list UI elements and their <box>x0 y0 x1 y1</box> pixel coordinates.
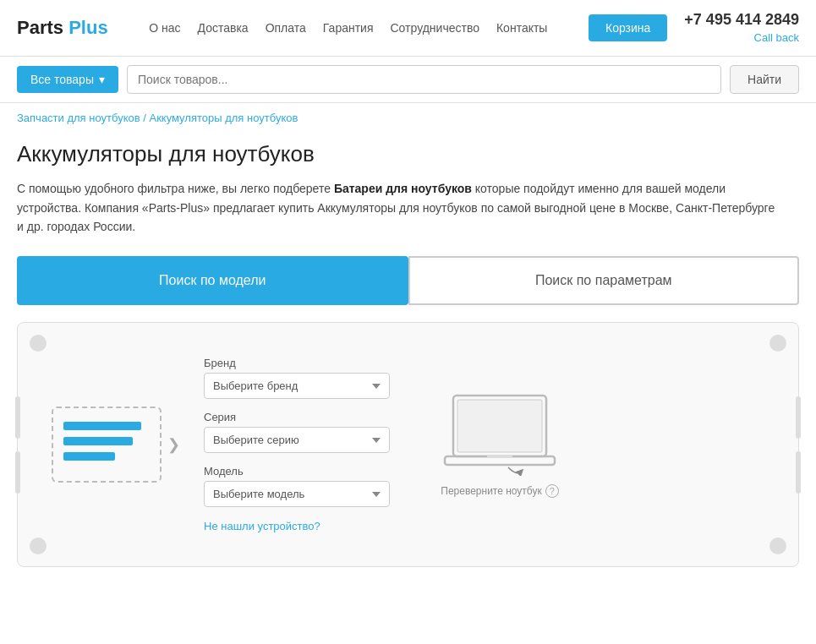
model-search-inner: ❯ Бренд Выберите бренд Серия Выберите се… <box>35 357 694 532</box>
cart-button[interactable]: Корзина <box>589 14 667 41</box>
svg-rect-1 <box>457 400 542 452</box>
model-form: Бренд Выберите бренд Серия Выберите сери… <box>204 357 390 532</box>
logo[interactable]: Parts Plus <box>17 17 108 39</box>
list-line-3 <box>63 452 115 461</box>
side-bar-left-bot <box>15 451 20 494</box>
main-content: Аккумуляторы для ноутбуков С помощью удо… <box>0 133 816 592</box>
brand-label: Бренд <box>204 357 390 369</box>
call-back-link[interactable]: Call back <box>754 31 799 44</box>
phone-number: +7 495 414 2849 <box>684 10 799 30</box>
list-line-2 <box>63 437 133 445</box>
laptop-list-illustration: ❯ <box>35 407 170 483</box>
series-group: Серия Выберите серию <box>204 411 390 453</box>
brand-group: Бренд Выберите бренд <box>204 357 390 399</box>
description-bold: Батареи для ноутбуков <box>334 182 472 195</box>
laptop-label: Переверните ноутбук ? <box>441 484 558 498</box>
corner-dot-tr <box>769 335 786 352</box>
model-search-panel: ❯ Бренд Выберите бренд Серия Выберите се… <box>17 322 799 567</box>
logo-plus: Plus <box>63 17 108 38</box>
side-bar-right-bot <box>796 451 801 494</box>
laptop-illustration: Переверните ноутбук ? <box>424 391 576 498</box>
filter-tabs: Поиск по модели Поиск по параметрам <box>17 256 799 305</box>
side-bar-right-top <box>796 396 801 439</box>
main-nav: О нас Доставка Оплата Гарантия Сотруднич… <box>149 21 547 35</box>
model-label: Модель <box>204 465 390 478</box>
laptop-label-text: Переверните ноутбук <box>441 485 541 497</box>
nav-contacts[interactable]: Контакты <box>496 21 547 35</box>
header: Parts Plus О нас Доставка Оплата Гаранти… <box>0 0 816 57</box>
nav-payment[interactable]: Оплата <box>266 21 306 35</box>
search-input[interactable] <box>127 65 721 94</box>
nav-about[interactable]: О нас <box>149 21 180 35</box>
model-select[interactable]: Выберите модель <box>204 481 390 507</box>
list-line-1 <box>63 422 141 430</box>
help-icon[interactable]: ? <box>545 484 559 498</box>
search-button[interactable]: Найти <box>730 65 799 94</box>
series-label: Серия <box>204 411 390 423</box>
tab-param-search[interactable]: Поиск по параметрам <box>408 256 800 305</box>
laptop-svg <box>441 391 559 476</box>
logo-parts: Parts <box>17 17 63 38</box>
all-goods-label: Все товары <box>30 73 94 86</box>
series-select[interactable]: Выберите серию <box>204 427 390 453</box>
nav-delivery[interactable]: Доставка <box>198 21 249 35</box>
nav-warranty[interactable]: Гарантия <box>323 21 374 35</box>
breadcrumb-current: Аккумуляторы для ноутбуков <box>149 112 298 124</box>
corner-dot-br <box>769 538 786 554</box>
page-title: Аккумуляторы для ноутбуков <box>17 141 799 167</box>
breadcrumb: Запчасти для ноутбуков / Аккумуляторы дл… <box>0 103 816 133</box>
description-plain: С помощью удобного фильтра ниже, вы легк… <box>17 182 334 195</box>
model-group: Модель Выберите модель <box>204 465 390 507</box>
phone-block: +7 495 414 2849 Call back <box>684 10 799 46</box>
not-found-link[interactable]: Не нашли устройство? <box>204 520 320 532</box>
corner-dot-bl <box>30 538 47 554</box>
nav-cooperation[interactable]: Сотрудничество <box>391 21 479 35</box>
corner-dot-tl <box>30 335 47 352</box>
brand-select[interactable]: Выберите бренд <box>204 373 390 399</box>
side-bar-left-top <box>15 396 20 439</box>
arrow-right-icon: ❯ <box>167 435 180 454</box>
description: С помощью удобного фильтра ниже, вы легк… <box>17 179 778 236</box>
chevron-down-icon: ▾ <box>99 73 105 86</box>
search-bar: Все товары ▾ Найти <box>0 57 816 103</box>
svg-rect-3 <box>487 455 512 458</box>
tab-model-search[interactable]: Поиск по модели <box>17 256 408 305</box>
all-goods-button[interactable]: Все товары ▾ <box>17 66 118 93</box>
breadcrumb-parent[interactable]: Запчасти для ноутбуков <box>17 112 140 124</box>
laptop-list-box <box>52 407 162 483</box>
